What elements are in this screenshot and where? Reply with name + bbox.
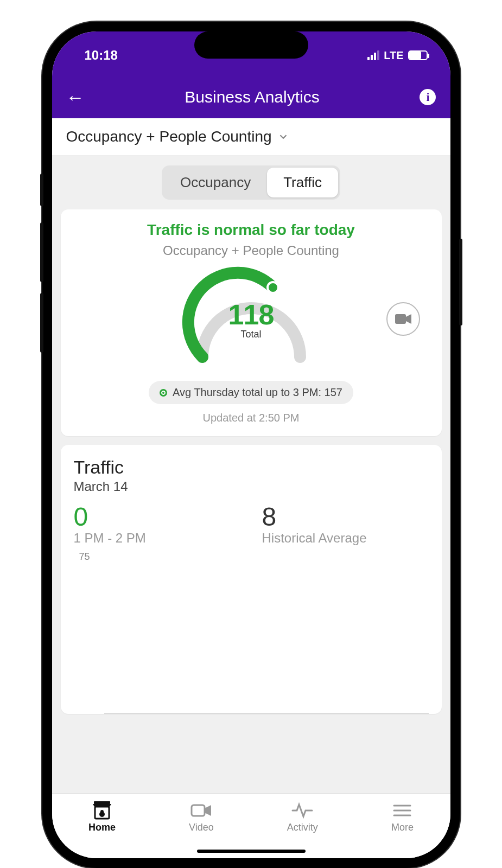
nav-more-label: More — [391, 822, 414, 833]
segmented-wrap: Occupancy Traffic — [52, 156, 450, 209]
nav-more[interactable]: More — [391, 801, 414, 833]
traffic-title: Traffic — [74, 457, 429, 478]
traffic-card: Traffic March 14 0 1 PM - 2 PM 8 Histori… — [61, 445, 442, 714]
hist-value: 8 — [262, 502, 429, 532]
battery-icon — [408, 50, 428, 60]
activity-icon — [291, 801, 313, 820]
traffic-chart[interactable]: 75 — [74, 557, 429, 714]
page-title: Business Analytics — [185, 88, 319, 106]
svg-rect-2 — [94, 801, 110, 804]
signal-icon — [367, 50, 379, 60]
network-label: LTE — [384, 49, 403, 62]
video-icon — [190, 801, 212, 820]
camera-icon — [395, 313, 411, 325]
metric-dropdown[interactable]: Occupancy + People Counting — [52, 118, 450, 156]
tab-occupancy[interactable]: Occupancy — [164, 168, 267, 197]
nav-video[interactable]: Video — [189, 801, 214, 833]
camera-button[interactable] — [386, 302, 420, 336]
status-headline: Traffic is normal so far today — [73, 221, 430, 239]
clock: 10:18 — [85, 48, 118, 63]
avg-pill: Avg Thursday total up to 3 PM: 157 — [149, 381, 353, 404]
bottom-nav: Home Video Activity More — [52, 793, 450, 858]
nav-home-label: Home — [88, 822, 116, 833]
back-arrow-icon[interactable]: ← — [66, 88, 85, 106]
traffic-date: March 14 — [74, 479, 429, 494]
info-icon[interactable]: i — [420, 89, 436, 105]
dropdown-label: Occupancy + People Counting — [66, 128, 272, 145]
hist-label: Historical Average — [262, 531, 429, 546]
avg-text: Avg Thursday total up to 3 PM: 157 — [173, 386, 342, 399]
nav-video-label: Video — [189, 822, 214, 833]
nav-activity[interactable]: Activity — [287, 801, 318, 833]
svg-point-0 — [268, 282, 278, 293]
status-subtitle: Occupancy + People Counting — [73, 243, 430, 258]
status-right: LTE — [367, 49, 427, 62]
gauge-value: 118 — [228, 298, 274, 331]
current-value: 0 — [74, 502, 240, 532]
app-header: ← Business Analytics i — [52, 79, 450, 118]
updated-text: Updated at 2:50 PM — [73, 412, 430, 424]
current-range: 1 PM - 2 PM — [74, 531, 240, 546]
pill-dot-icon — [160, 389, 167, 397]
more-icon — [391, 801, 413, 820]
svg-point-5 — [100, 810, 104, 813]
chevron-down-icon — [277, 131, 289, 143]
svg-rect-6 — [192, 805, 205, 816]
summary-card: Traffic is normal so far today Occupancy… — [61, 209, 442, 436]
tab-traffic[interactable]: Traffic — [267, 168, 338, 197]
nav-home[interactable]: Home — [88, 801, 116, 833]
nav-activity-label: Activity — [287, 822, 318, 833]
home-indicator[interactable] — [197, 850, 306, 853]
home-icon — [91, 801, 113, 820]
svg-rect-1 — [395, 314, 406, 324]
y-tick-75: 75 — [79, 551, 90, 563]
segmented-control: Occupancy Traffic — [162, 165, 340, 200]
traffic-gauge: 118 Total — [181, 265, 322, 373]
